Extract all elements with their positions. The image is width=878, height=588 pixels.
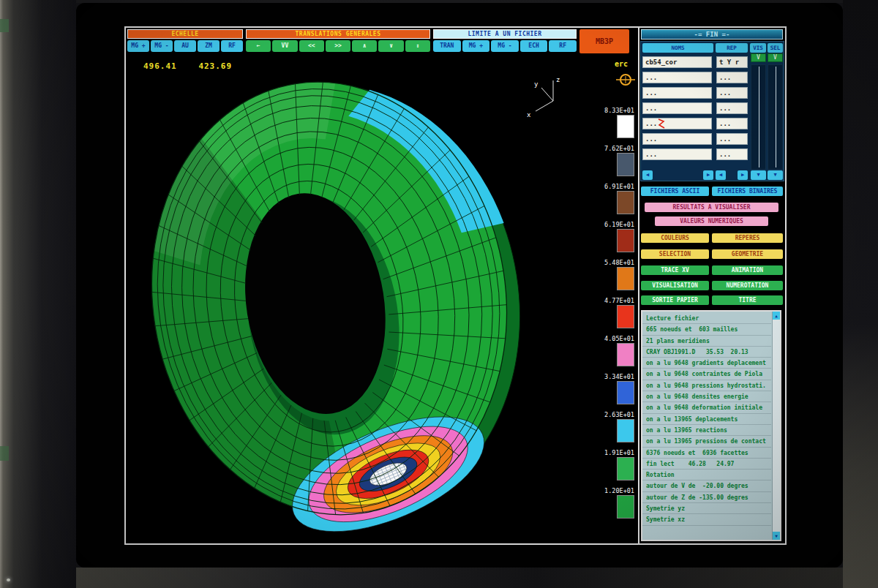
scroll-down-icon[interactable]: ▼ xyxy=(773,532,780,540)
viewport-3d-tire[interactable]: zyx xyxy=(127,72,596,543)
svg-text:z: z xyxy=(556,76,560,83)
toolbar-button[interactable]: ↕ xyxy=(405,40,430,52)
couleurs-button[interactable]: COULEURS xyxy=(641,233,709,243)
fichiers-binaires-button[interactable]: FICHIERS BINAIRES xyxy=(712,186,783,196)
log-line: autour de Z de -135.00 degres xyxy=(642,492,771,503)
toolbar-group: LIMITE A UN FICHIERTRANMG +MG -ECHRF xyxy=(433,29,577,52)
column-header-noms[interactable]: NOMS xyxy=(642,43,713,53)
column-header-rep[interactable]: REP xyxy=(716,43,748,53)
titre-button[interactable]: TITRE xyxy=(712,295,783,305)
vis-checkbox[interactable]: V xyxy=(751,53,766,62)
file-rep-field[interactable]: ... xyxy=(716,133,748,145)
bezel-sticker xyxy=(0,446,9,461)
file-row: ...... xyxy=(642,133,749,148)
scale-swatch xyxy=(617,343,634,366)
crt-screen: ECHELLEMG +MG -AUZMRFTRANSLATIONS GENERA… xyxy=(76,3,843,568)
scroll-up-icon[interactable]: ▲ xyxy=(773,312,780,320)
file-name-field[interactable]: ... xyxy=(642,87,712,99)
scroll-down-icon[interactable]: ▼ xyxy=(768,170,783,180)
scale-value-label: 3.34E+01 xyxy=(595,373,637,380)
toolbar-group-title: LIMITE A UN FICHIER xyxy=(433,29,577,39)
scale-swatch xyxy=(617,495,634,519)
vis-scroll-track[interactable] xyxy=(751,64,766,170)
resultats-button[interactable]: RESULTATS A VISUALISER xyxy=(645,203,778,212)
toolbar-button[interactable]: ∨ xyxy=(378,40,403,52)
file-rep-field[interactable]: ... xyxy=(716,148,748,160)
valeurs-button[interactable]: VALEURS NUMERIQUES xyxy=(655,216,768,226)
column-header-sel[interactable]: SEL xyxy=(768,43,783,53)
unit-label: erc xyxy=(615,60,628,68)
file-name-field[interactable]: ... xyxy=(642,133,712,145)
fichiers-ascii-button[interactable]: FICHIERS ASCII xyxy=(641,186,709,196)
file-rep-field[interactable]: ... xyxy=(716,87,748,99)
toolbar-button[interactable]: ∧ xyxy=(352,40,377,52)
log-line: fin lect 46.28 24.97 xyxy=(642,459,771,470)
toolbar-button[interactable]: ZM xyxy=(198,40,220,52)
scale-swatch xyxy=(617,305,634,328)
toolbar-group-title: TRANSLATIONS GENERALES xyxy=(246,29,430,39)
toolbar-button[interactable]: MG - xyxy=(491,40,519,52)
file-panel: -= FIN =- NOMS REP VIS SEL V V ▼ ▼ ◀ ▶ ◀… xyxy=(638,28,785,543)
bezel-left xyxy=(0,0,76,588)
reperes-button[interactable]: REPERES xyxy=(712,233,783,243)
svg-text:x: x xyxy=(527,111,531,118)
toolbar-button[interactable]: VV xyxy=(272,40,297,52)
sel-checkbox[interactable]: V xyxy=(768,53,783,62)
toolbar-button[interactable]: >> xyxy=(326,40,350,52)
file-rep-field[interactable]: ... xyxy=(716,102,748,114)
file-name-field[interactable]: ... xyxy=(642,118,712,129)
toolbar-button[interactable]: << xyxy=(299,40,324,52)
file-name-field[interactable]: cb54_cor xyxy=(642,56,712,68)
log-scrollbar[interactable]: ▲ ▼ xyxy=(772,312,780,540)
numerotation-button[interactable]: NUMEROTATION xyxy=(712,281,783,290)
trace-xv-button[interactable]: TRACE XV xyxy=(641,265,709,275)
log-line: autour de V de -20.00 degres xyxy=(642,480,771,491)
log-line: Rotation xyxy=(642,470,771,480)
action-button[interactable]: MB3P xyxy=(579,29,629,53)
sortie-papier-button[interactable]: SORTIE PAPIER xyxy=(641,295,709,305)
visualisation-button[interactable]: VISUALISATION xyxy=(641,281,709,290)
file-rows: cb54_cort Y r...........................… xyxy=(642,56,749,164)
log-line: on a lu 9648 pressions hydrostati. xyxy=(642,380,771,391)
scale-value-label: 4.77E+01 xyxy=(595,297,637,304)
toolbar-button[interactable]: ECH xyxy=(520,40,548,52)
log-line: on a lu 9648 contraintes de Piola xyxy=(642,369,771,380)
monitor-bezel: ECHELLEMG +MG -AUZMRFTRANSLATIONS GENERA… xyxy=(0,0,878,588)
animation-button[interactable]: ANIMATION xyxy=(712,265,783,275)
scale-value-label: 2.63E+01 xyxy=(595,411,637,418)
toolbar-button[interactable]: TRAN xyxy=(433,40,461,52)
file-rep-field[interactable]: ... xyxy=(716,118,748,129)
svg-text:y: y xyxy=(534,80,539,88)
scale-swatch xyxy=(617,267,634,290)
selection-button[interactable]: SELECTION xyxy=(641,249,709,259)
power-led xyxy=(7,578,10,581)
scroll-down-icon[interactable]: ▼ xyxy=(751,170,766,180)
file-row: ...... xyxy=(642,87,749,102)
column-header-vis[interactable]: VIS xyxy=(750,43,766,53)
file-rep-field[interactable]: t Y r xyxy=(716,56,748,68)
scale-value-label: 5.48E+01 xyxy=(595,259,637,266)
file-table: NOMS REP VIS SEL V V ▼ ▼ ◀ ▶ ◀ ▶ cb54_co… xyxy=(640,41,784,181)
file-row: cb54_cort Y r xyxy=(642,56,749,72)
file-name-field[interactable]: ... xyxy=(642,102,712,114)
log-line: Lecture fichier xyxy=(642,313,771,324)
toolbar-group: ECHELLEMG +MG -AUZMRF xyxy=(127,29,243,52)
scroll-left-icon[interactable]: ◀ xyxy=(642,170,653,180)
toolbar-button[interactable]: MG + xyxy=(462,40,490,52)
scroll-left-icon[interactable]: ◀ xyxy=(716,170,726,180)
file-name-field[interactable]: ... xyxy=(642,72,712,83)
toolbar-button[interactable]: RF xyxy=(549,40,577,52)
file-name-field[interactable]: ... xyxy=(642,148,712,160)
geometrie-button[interactable]: GEOMETRIE xyxy=(712,249,783,259)
bezel-sticker xyxy=(0,19,9,32)
scroll-right-icon[interactable]: ▶ xyxy=(703,170,713,180)
toolbar-button[interactable]: ← xyxy=(246,40,271,52)
toolbar-button[interactable]: AU xyxy=(174,40,196,52)
file-rep-field[interactable]: ... xyxy=(716,72,748,83)
toolbar-button[interactable]: RF xyxy=(221,40,243,52)
log-line: on a lu 13965 reactions xyxy=(642,425,771,436)
scroll-right-icon[interactable]: ▶ xyxy=(738,170,748,180)
sel-scroll-track[interactable] xyxy=(768,64,783,170)
toolbar-button[interactable]: MG - xyxy=(151,40,173,52)
toolbar-button[interactable]: MG + xyxy=(127,40,149,52)
